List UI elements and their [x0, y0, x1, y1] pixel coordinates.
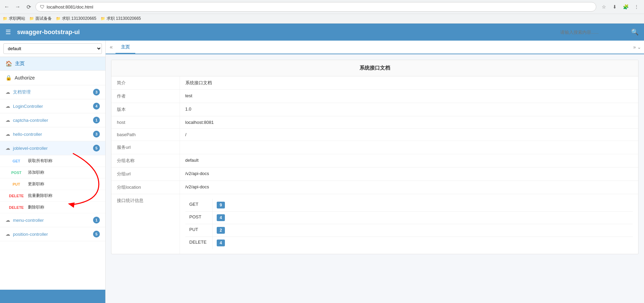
cloud-icon: ☁ — [5, 145, 10, 151]
sidebar-item-position-controller[interactable]: ☁ position-controller 5 — [0, 227, 105, 241]
back-button[interactable]: ← — [3, 3, 11, 11]
info-table: 简介 系统接口文档 作者 test 版本 1.0 — [111, 76, 638, 254]
cloud-icon: ☁ — [5, 89, 10, 95]
table-row: basePath / — [111, 129, 638, 141]
api-method-put-update[interactable]: PUT 更新职称 — [0, 178, 105, 190]
bookmark-item[interactable]: 📁 求职 13130020665 — [101, 16, 141, 21]
controller-badge: 5 — [93, 145, 100, 152]
search-input[interactable] — [560, 30, 628, 35]
search-icon[interactable]: 🔍 — [631, 28, 639, 36]
stats-method: PUT — [185, 224, 213, 237]
sidebar-item-LoginController[interactable]: ☁ LoginController 4 — [0, 99, 105, 113]
row-key: basePath — [111, 129, 180, 141]
row-key: 分组名称 — [111, 154, 180, 168]
bookmark-item[interactable]: 📁 求职网站 — [3, 16, 25, 21]
table-row: host localhost:8081 — [111, 116, 638, 129]
sidebar-item-home[interactable]: 🏠 主页 — [0, 57, 105, 71]
table-row: 接口统计信息 GET 9 — [111, 194, 638, 254]
bookmark-label: 求职 13130020665 — [107, 16, 141, 21]
api-method-delete-single[interactable]: DELETE 删除职称 — [0, 202, 105, 213]
menu-button[interactable]: ⋮ — [632, 2, 641, 12]
stats-row: PUT 2 — [185, 224, 633, 237]
browser-chrome: ← → ⟳ 🛡 localhost:8081/doc.html ☆ ⬇ 🧩 ⋮ … — [0, 0, 644, 24]
sidebar-item-authorize[interactable]: 🔒 Authorize — [0, 71, 105, 85]
table-row: 分组名称 default — [111, 154, 638, 168]
authorize-label: Authorize — [15, 75, 35, 81]
folder-icon: 📁 — [101, 16, 105, 21]
bookmark-item[interactable]: 📁 面试备备 — [29, 16, 52, 21]
row-value — [180, 141, 638, 154]
tab-chevron-down-icon[interactable]: ⌄ — [637, 44, 641, 50]
sidebar-item-menu-controller[interactable]: ☁ menu-controller 1 — [0, 213, 105, 227]
group-select[interactable]: default — [3, 43, 102, 54]
controller-label: 文档管理 — [13, 89, 31, 95]
get-badge: GET — [8, 159, 25, 163]
address-text: localhost:8081/doc.html — [47, 4, 592, 10]
download-button[interactable]: ⬇ — [610, 2, 619, 12]
row-key: 作者 — [111, 90, 180, 103]
cloud-icon: ☁ — [5, 231, 10, 237]
stats-row: DELETE 4 — [185, 237, 633, 249]
api-description: 添加职称 — [28, 170, 44, 175]
table-row: 作者 test — [111, 90, 638, 103]
controller-label: joblevel-controller — [13, 146, 48, 151]
row-value: / — [180, 129, 638, 141]
row-key: 服务url — [111, 141, 180, 154]
table-title: 系统接口文档 — [111, 60, 638, 76]
api-method-post-add[interactable]: POST 添加职称 — [0, 167, 105, 178]
sidebar-item-文档管理[interactable]: ☁ 文档管理 3 — [0, 85, 105, 99]
stats-count: 2 — [213, 224, 633, 237]
controller-label: hello-controller — [13, 132, 42, 137]
sidebar-item-captcha-controller[interactable]: ☁ captcha-controller 1 — [0, 113, 105, 127]
row-value: /v2/api-docs — [180, 168, 638, 181]
app-title: swagger-bootstrap-ui — [17, 29, 556, 36]
app-header: ☰ swagger-bootstrap-ui 🔍 — [0, 24, 644, 41]
address-bar[interactable]: 🛡 localhost:8081/doc.html — [35, 2, 596, 12]
controller-label: position-controller — [13, 232, 48, 237]
tab-home[interactable]: 主页 — [116, 41, 135, 54]
stats-badge: 4 — [217, 214, 225, 221]
browser-toolbar: ← → ⟳ 🛡 localhost:8081/doc.html ☆ ⬇ 🧩 ⋮ — [0, 0, 644, 14]
bookmark-label: 面试备备 — [35, 16, 52, 21]
sidebar-item-hello-controller[interactable]: ☁ hello-controller 3 — [0, 127, 105, 141]
stats-row: POST 4 — [185, 212, 633, 224]
bookmark-item[interactable]: 📁 求职 13130020665 — [56, 16, 96, 21]
stats-badge: 4 — [217, 240, 225, 246]
row-key: host — [111, 116, 180, 129]
delete-badge: DELETE — [8, 194, 25, 198]
folder-icon: 📁 — [29, 16, 34, 21]
row-value: localhost:8081 — [180, 116, 638, 129]
delete-badge: DELETE — [8, 205, 25, 210]
cloud-icon: ☁ — [5, 217, 10, 223]
content-area: « 主页 » ⌄ 系统接口文档 简介 系统接口文档 — [106, 41, 644, 303]
row-value: /v2/api-docs — [180, 181, 638, 194]
extensions-button[interactable]: 🧩 — [621, 2, 630, 12]
refresh-button[interactable]: ⟳ — [25, 3, 33, 11]
main-layout: default 🏠 主页 🔒 Authorize ☁ 文 — [0, 41, 644, 303]
row-value: test — [180, 90, 638, 103]
api-description: 获取所有职称 — [28, 158, 52, 164]
row-value: default — [180, 154, 638, 168]
api-method-delete-batch[interactable]: DELETE 批量删除职称 — [0, 190, 105, 202]
stats-method: POST — [185, 212, 213, 224]
table-row: 版本 1.0 — [111, 103, 638, 116]
forward-button[interactable]: → — [14, 3, 22, 11]
hamburger-icon[interactable]: ☰ — [5, 28, 11, 36]
cloud-icon: ☁ — [5, 103, 10, 109]
row-value: 系统接口文档 — [180, 76, 638, 90]
tab-chevron-right-icon[interactable]: » — [633, 44, 636, 50]
sidebar-item-joblevel-controller[interactable]: ☁ joblevel-controller 5 — [0, 141, 105, 155]
home-icon: 🏠 — [5, 60, 12, 67]
row-key: 分组url — [111, 168, 180, 181]
api-method-get-all[interactable]: GET 获取所有职称 — [0, 155, 105, 167]
home-label: 主页 — [15, 61, 25, 67]
controller-badge: 1 — [93, 117, 100, 124]
row-key: 分组location — [111, 181, 180, 194]
bookmark-button[interactable]: ☆ — [599, 2, 609, 12]
api-description: 批量删除职称 — [28, 193, 52, 199]
controller-label: captcha-controller — [13, 118, 48, 123]
tab-bar: « 主页 » ⌄ — [106, 41, 644, 54]
lock-icon: 🔒 — [5, 75, 12, 81]
stats-method: GET — [185, 199, 213, 212]
tab-prev-button[interactable]: « — [108, 44, 114, 50]
